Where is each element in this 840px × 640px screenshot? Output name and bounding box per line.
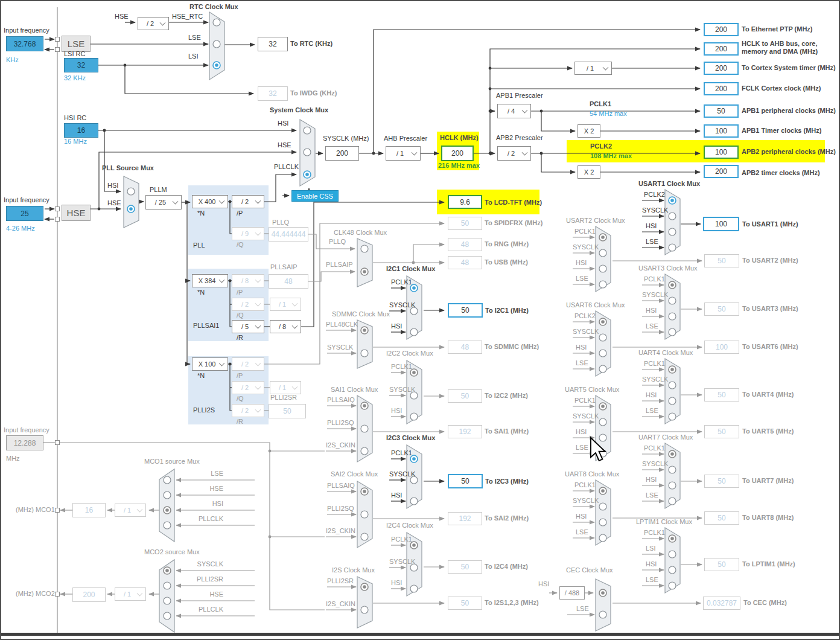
field-apb2p[interactable]: 100 bbox=[704, 146, 739, 159]
mux-body-uart7 bbox=[665, 443, 680, 508]
radio-lptim1-HSI[interactable] bbox=[669, 566, 676, 574]
radio-sai2-I2S_CKIN[interactable] bbox=[361, 533, 368, 540]
radio-usart1-SYSCLK[interactable] bbox=[669, 213, 676, 220]
radio-rtc-HSE_RTC[interactable] bbox=[213, 19, 220, 26]
radio-uart5-HSI[interactable] bbox=[599, 434, 606, 441]
select-sair[interactable]: / 5 bbox=[232, 320, 264, 333]
radio-sai1-PLLSAIQ[interactable] bbox=[361, 402, 368, 409]
radio-sdmmc-SYSCLK[interactable] bbox=[361, 350, 368, 357]
radio-usart3-PCLK1[interactable] bbox=[669, 281, 676, 289]
mux-title-lptim1: LPTIM1 Clock Mux bbox=[636, 518, 692, 526]
radio-usart6-SYSCLK[interactable] bbox=[599, 334, 606, 341]
radio-uart7-PCLK1[interactable] bbox=[669, 450, 676, 458]
select-apb2[interactable]: / 2 bbox=[497, 146, 531, 161]
radio-usart6-HSI[interactable] bbox=[599, 350, 606, 357]
field-rtc[interactable]: 32 bbox=[258, 37, 288, 51]
radio-mco2-HSE[interactable] bbox=[164, 597, 171, 604]
radio-mco2-PLLI2SR[interactable] bbox=[164, 582, 171, 589]
radio-clk48-PLLQ[interactable] bbox=[361, 245, 368, 252]
select-plln[interactable]: X 400 bbox=[192, 195, 228, 208]
radio-usart3-SYSCLK[interactable] bbox=[669, 297, 676, 304]
radio-uart5-SYSCLK[interactable] bbox=[599, 418, 606, 426]
radio-cec-LSE[interactable] bbox=[599, 611, 606, 618]
enable-css-button[interactable]: Enable CSS bbox=[291, 190, 339, 202]
radio-sdmmc-PLL48CLK[interactable] bbox=[361, 327, 368, 334]
radio-dot-cec bbox=[601, 591, 605, 595]
mux-title-sai2: SAI2 Clock Mux bbox=[331, 470, 378, 478]
radio-sai1-I2S_CKIN[interactable] bbox=[361, 447, 368, 455]
radio-uart8-PCLK1[interactable] bbox=[599, 487, 606, 494]
field-lse-in[interactable]: 32.768 bbox=[6, 36, 43, 51]
radio-i2c2-HSI[interactable] bbox=[410, 413, 418, 420]
radio-uart4-LSE[interactable] bbox=[669, 413, 676, 420]
field-lsi[interactable]: 32 bbox=[64, 58, 98, 72]
radio-usart1-HSI[interactable] bbox=[669, 228, 676, 235]
select-i2sn[interactable]: X 100 bbox=[192, 357, 228, 371]
radio-uart5-PCLK1[interactable] bbox=[599, 403, 606, 410]
radio-uart7-HSI[interactable] bbox=[669, 482, 676, 489]
radio-usart2-SYSCLK[interactable] bbox=[599, 249, 606, 257]
radio-usart2-HSI[interactable] bbox=[599, 265, 606, 272]
radio-usart3-HSI[interactable] bbox=[669, 313, 676, 320]
radio-usart1-LSE[interactable] bbox=[669, 244, 676, 251]
radio-pllsrc-HSE[interactable] bbox=[127, 205, 135, 213]
field-sysclk[interactable]: 200 bbox=[325, 146, 359, 161]
select-apb1[interactable]: / 4 bbox=[497, 104, 531, 118]
radio-i2s-PLLI2SR[interactable] bbox=[361, 583, 368, 590]
radio-mco2-PLLCLK[interactable] bbox=[164, 612, 171, 619]
select-sain[interactable]: X 384 bbox=[192, 274, 228, 287]
field-lcd[interactable]: 9.6 bbox=[448, 195, 482, 209]
pin-square bbox=[56, 48, 60, 52]
junction-dot bbox=[540, 110, 543, 113]
radio-uart8-SYSCLK[interactable] bbox=[599, 503, 606, 510]
radio-i2c3-HSI[interactable] bbox=[410, 498, 418, 505]
radio-pllsrc-HSI[interactable] bbox=[127, 188, 135, 195]
radio-mco2-SYSCLK[interactable] bbox=[164, 567, 171, 574]
radio-usart6-PCLK2[interactable] bbox=[599, 318, 606, 325]
select-rtc-div[interactable]: / 2 bbox=[138, 17, 169, 30]
radio-usart6-LSE[interactable] bbox=[599, 365, 606, 373]
field-hsi[interactable]: 16 bbox=[64, 123, 98, 138]
radio-uart5-LSE[interactable] bbox=[599, 450, 606, 457]
radio-uart4-HSI[interactable] bbox=[669, 397, 676, 405]
radio-sai2-PLLI2SQ[interactable] bbox=[361, 511, 368, 518]
radio-uart4-SYSCLK[interactable] bbox=[669, 382, 676, 389]
select-cortex[interactable]: / 1 bbox=[574, 62, 612, 75]
radio-usart3-LSE[interactable] bbox=[669, 328, 676, 336]
radio-sys-HSI[interactable] bbox=[304, 127, 311, 134]
radio-clk48-PLLSAIP[interactable] bbox=[361, 268, 368, 275]
radio-sys-HSE[interactable] bbox=[304, 149, 311, 156]
radio-cec-in0[interactable] bbox=[599, 589, 606, 597]
radio-sai1-PLLI2SQ[interactable] bbox=[361, 425, 368, 432]
radio-lptim1-PCLK1[interactable] bbox=[669, 535, 676, 542]
radio-usart2-LSE[interactable] bbox=[599, 281, 606, 288]
radio-sai2-PLLSAIQ[interactable] bbox=[361, 488, 368, 495]
radio-uart4-PCLK1[interactable] bbox=[669, 366, 676, 373]
radio-mco1-HSI[interactable] bbox=[164, 507, 171, 514]
field-i2s-in[interactable]: 12.288 bbox=[6, 435, 43, 450]
radio-lptim1-LSI[interactable] bbox=[669, 551, 676, 558]
select-pllp[interactable]: / 2 bbox=[232, 195, 264, 208]
radio-i2s-I2S_CKIN[interactable] bbox=[361, 606, 368, 613]
radio-mco1-PLLCLK[interactable] bbox=[164, 522, 171, 529]
label-in2: Input frequency bbox=[4, 196, 49, 204]
select-pllm[interactable]: / 25 bbox=[145, 195, 182, 210]
radio-uart7-SYSCLK[interactable] bbox=[669, 466, 676, 473]
radio-lptim1-LSE[interactable] bbox=[669, 582, 676, 589]
radio-i2c1-HSI[interactable] bbox=[410, 328, 418, 336]
radio-rtc-LSI[interactable] bbox=[213, 62, 220, 69]
radio-mco1-LSE[interactable] bbox=[164, 476, 171, 484]
field-hse-in[interactable]: 25 bbox=[6, 206, 43, 221]
radio-mco1-HSE[interactable] bbox=[164, 491, 171, 499]
field-hclk[interactable]: 200 bbox=[441, 146, 474, 161]
radio-sys-PLLCLK[interactable] bbox=[304, 171, 311, 178]
radio-rtc-LSE[interactable] bbox=[213, 40, 220, 48]
radio-uart8-HSI[interactable] bbox=[599, 519, 606, 526]
radio-uart7-LSE[interactable] bbox=[669, 498, 676, 505]
radio-i2c4-HSI[interactable] bbox=[410, 585, 418, 592]
select-sair2[interactable]: / 8 bbox=[270, 320, 301, 333]
radio-usart1-PCLK2[interactable] bbox=[669, 197, 676, 204]
select-ahb[interactable]: / 1 bbox=[386, 146, 421, 161]
radio-usart2-PCLK1[interactable] bbox=[599, 234, 606, 241]
radio-uart8-LSE[interactable] bbox=[599, 534, 606, 542]
